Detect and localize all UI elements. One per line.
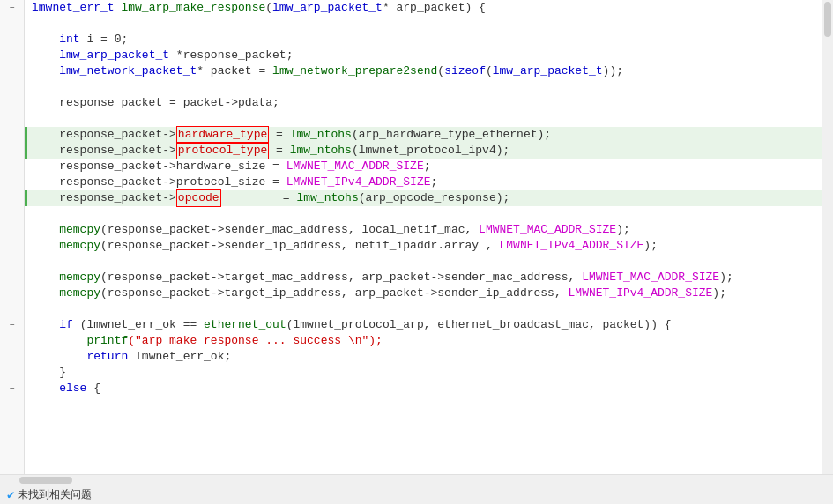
code-token bbox=[32, 222, 59, 238]
member-highlight: hardware_type bbox=[176, 126, 269, 144]
gutter-item[interactable]: − bbox=[0, 0, 25, 16]
code-token: response_packet->protocol_size = bbox=[32, 174, 286, 190]
code-token bbox=[32, 270, 59, 285]
code-token: lmw_network_prepare2send bbox=[272, 63, 437, 79]
gutter-item bbox=[0, 270, 25, 285]
gutter-item bbox=[0, 222, 25, 238]
code-token: lmw_ntohs bbox=[290, 127, 352, 143]
code-token: (response_packet->sender_ip_address, net… bbox=[100, 238, 499, 254]
status-bar: ✔ 未找到相关问题 bbox=[0, 485, 833, 504]
code-token bbox=[32, 333, 86, 349]
gutter-item[interactable]: − bbox=[0, 317, 25, 333]
code-token: LMWNET_MAC_ADDR_SIZE bbox=[479, 222, 616, 238]
code-line bbox=[25, 111, 822, 127]
editor-container: −−− lmwnet_err_t lmw_arp_make_response(l… bbox=[0, 0, 833, 474]
code-token: (response_packet->target_mac_address, ar… bbox=[100, 270, 582, 285]
code-token: * arp_packet) { bbox=[383, 0, 486, 16]
code-token: (response_packet->target_ip_address, arp… bbox=[100, 285, 569, 301]
gutter-item[interactable]: − bbox=[0, 381, 25, 397]
scrollbar-handle[interactable] bbox=[824, 2, 831, 37]
code-line bbox=[25, 301, 822, 317]
code-line bbox=[25, 254, 822, 270]
code-token: ("arp make response ... success \n"); bbox=[128, 333, 383, 349]
code-token: lmw_network_packet_t bbox=[59, 63, 197, 79]
code-token: int bbox=[59, 32, 79, 48]
code-token bbox=[32, 238, 59, 254]
gutter-item bbox=[0, 63, 25, 79]
code-token: * packet = bbox=[197, 63, 272, 79]
code-area[interactable]: lmwnet_err_t lmw_arp_make_response(lmw_a… bbox=[25, 0, 822, 474]
hscroll-handle[interactable] bbox=[19, 477, 72, 484]
code-token: LMWNET_IPv4_ADDR_SIZE bbox=[500, 238, 644, 254]
code-token: i = 0; bbox=[80, 32, 129, 48]
code-token bbox=[32, 32, 59, 48]
code-token bbox=[32, 381, 59, 397]
status-text: 未找到相关问题 bbox=[18, 487, 92, 502]
code-token: = bbox=[269, 127, 289, 143]
gutter-item bbox=[0, 95, 25, 111]
code-line: return lmwnet_err_ok; bbox=[25, 349, 822, 365]
code-token: lmw_arp_packet_t bbox=[59, 48, 169, 63]
gutter-item bbox=[0, 285, 25, 301]
gutter-item bbox=[0, 190, 25, 206]
scrollbar-bottom[interactable] bbox=[0, 474, 833, 485]
gutter-item bbox=[0, 301, 25, 317]
code-token: memcpy bbox=[59, 238, 100, 254]
code-token: ); bbox=[616, 222, 630, 238]
code-line bbox=[25, 79, 822, 95]
code-token: ; bbox=[430, 174, 437, 190]
code-line: response_packet->hardware_size = LMWNET_… bbox=[25, 159, 822, 174]
code-line: response_packet->protocol_size = LMWNET_… bbox=[25, 174, 822, 190]
code-lines: lmwnet_err_t lmw_arp_make_response(lmw_a… bbox=[25, 0, 822, 397]
code-token: return bbox=[86, 349, 128, 365]
code-token: ( bbox=[486, 63, 493, 79]
gutter-item bbox=[0, 127, 25, 143]
code-token: ethernet_out bbox=[204, 317, 286, 333]
code-token: memcpy bbox=[59, 222, 100, 238]
code-token: (arp_hardware_type_ethernet); bbox=[352, 127, 551, 143]
code-token: lmw_ntohs bbox=[290, 143, 352, 159]
code-token: ); bbox=[643, 238, 658, 254]
code-line: response_packet = packet->pdata; bbox=[25, 95, 822, 111]
code-token bbox=[32, 285, 59, 301]
code-line: response_packet->protocol_type = lmw_nto… bbox=[25, 143, 822, 159]
code-line: memcpy(response_packet->target_mac_addre… bbox=[25, 270, 822, 285]
code-line: if (lmwnet_err_ok == ethernet_out(lmwnet… bbox=[25, 317, 822, 333]
code-token: (response_packet->sender_mac_address, lo… bbox=[100, 222, 479, 238]
code-token bbox=[32, 48, 59, 63]
scrollbar-right[interactable] bbox=[822, 0, 833, 474]
code-line: else { bbox=[25, 381, 822, 397]
code-token: sizeof bbox=[444, 63, 486, 79]
member-highlight: protocol_type bbox=[176, 142, 269, 159]
code-token: (lmwnet_protocol_ipv4); bbox=[352, 143, 509, 159]
code-line bbox=[25, 16, 822, 32]
code-line: lmw_network_packet_t* packet = lmw_netwo… bbox=[25, 63, 822, 79]
code-token: memcpy bbox=[59, 270, 100, 285]
code-token bbox=[32, 63, 59, 79]
code-token: lmw_arp_packet_t bbox=[493, 63, 603, 79]
code-token: *response_packet; bbox=[169, 48, 293, 63]
gutter-item bbox=[0, 32, 25, 48]
gutter-item bbox=[0, 16, 25, 32]
gutter-item bbox=[0, 238, 25, 254]
code-line: printf("arp make response ... success \n… bbox=[25, 333, 822, 349]
code-line: response_packet->hardware_type = lmw_nto… bbox=[25, 127, 822, 143]
code-token: lmw_ntohs bbox=[296, 190, 358, 206]
code-token: response_packet = packet->pdata; bbox=[32, 95, 279, 111]
code-token: lmwnet_err_t bbox=[32, 0, 121, 16]
gutter-item bbox=[0, 111, 25, 127]
code-token bbox=[32, 349, 86, 365]
code-token: memcpy bbox=[59, 285, 100, 301]
gutter-item bbox=[0, 254, 25, 270]
code-token: lmwnet_err_ok; bbox=[128, 349, 231, 365]
member-highlight: opcode bbox=[176, 189, 221, 207]
code-token: if bbox=[59, 317, 73, 333]
code-line bbox=[25, 206, 822, 222]
code-token: response_packet-> bbox=[32, 143, 176, 159]
code-token: } bbox=[32, 365, 66, 381]
code-token: lmw_arp_make_response bbox=[121, 0, 265, 16]
gutter: −−− bbox=[0, 0, 25, 474]
gutter-item bbox=[0, 48, 25, 63]
code-token: lmw_arp_packet_t bbox=[272, 0, 383, 16]
status-icon: ✔ bbox=[7, 487, 14, 502]
